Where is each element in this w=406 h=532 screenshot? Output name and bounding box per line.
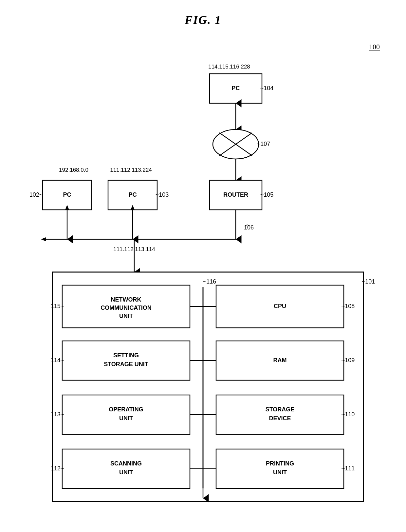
diagram: 114.115.116.228 PC ~104 ~107 ROUTER ~105… [20, 33, 386, 518]
storage-label-line2: DEVICE [269, 415, 291, 422]
router-label: ROUTER [223, 191, 248, 198]
pc104-ref: ~104 [260, 85, 274, 91]
scanning-label-line2: UNIT [119, 469, 133, 476]
page-title: FIG. 1 [185, 13, 221, 27]
setting-storage-label-line1: SETTING [113, 352, 139, 359]
internet-ref: ~107 [257, 141, 270, 147]
device-ref: ~101 [362, 278, 375, 285]
pc102-ref: 102~ [29, 191, 43, 198]
cpu-label: CPU [274, 303, 286, 309]
sc-ref: 112~ [51, 465, 64, 472]
op-ref: 113~ [51, 411, 64, 418]
pc102-label: PC [63, 191, 71, 198]
bus116-ref: ~116 [203, 278, 216, 285]
network-comm-label-line2: COMMUNICATION [101, 305, 152, 311]
svg-marker-13 [41, 237, 46, 241]
pc102-ip-label: 192.168.0.0 [59, 167, 88, 173]
pc104-label: PC [231, 85, 240, 91]
operating-label-line2: UNIT [119, 415, 133, 422]
printing-ref: ~111 [341, 465, 355, 472]
operating-label-line1: OPERATING [109, 406, 143, 413]
pc103-ref: ~103 [156, 191, 169, 198]
ref106-label: 106 [244, 224, 254, 231]
nc-ref: 115~ [51, 303, 64, 309]
storage-ref: ~110 [341, 411, 355, 418]
ss-ref: 114~ [51, 357, 64, 364]
network-comm-label-line3: UNIT [119, 313, 133, 319]
printing-label-line2: UNIT [273, 469, 287, 476]
pc103-label: PC [128, 191, 137, 198]
storage-label-line1: STORAGE [266, 406, 295, 413]
scanning-label-line1: SCANNING [110, 460, 142, 467]
printing-label-line1: PRINTING [266, 460, 294, 467]
setting-storage-label-line2: STORAGE UNIT [104, 361, 148, 367]
ram-label: RAM [273, 357, 287, 364]
cpu-ref: ~108 [341, 303, 355, 309]
pc103-ip-label: 111.112.113.224 [110, 167, 152, 173]
pc104-ip-label: 114.115.116.228 [208, 64, 250, 70]
ram-ref: ~109 [341, 357, 355, 364]
router-ref: ~105 [260, 191, 274, 198]
network-comm-label-line1: NETWORK [111, 296, 141, 303]
